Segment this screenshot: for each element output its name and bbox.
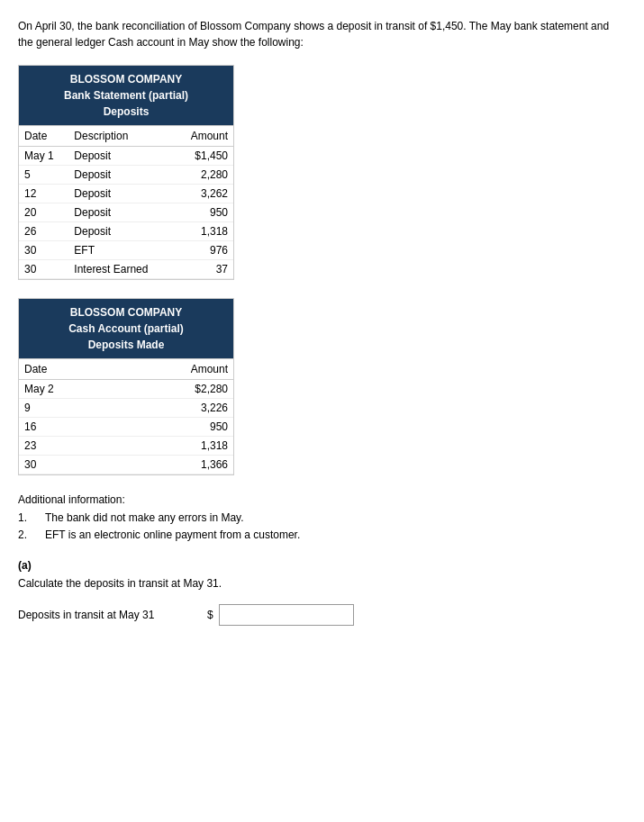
cash-row-amount: 950	[116, 418, 233, 437]
bank-statement-title-2: Bank Statement (partial)	[23, 87, 230, 104]
cash-account-title-1: BLOSSOM COMPANY	[23, 304, 230, 321]
additional-item-number: 2.	[18, 528, 45, 541]
part-a-label: (a)	[18, 559, 626, 572]
cash-table-row: 30 1,366	[19, 456, 233, 474]
bank-table-row: 5 Deposit 2,280	[19, 166, 233, 185]
bank-statement-title-1: BLOSSOM COMPANY	[23, 71, 230, 87]
answer-row: Deposits in transit at May 31 $	[18, 604, 626, 626]
additional-item-text: The bank did not make any errors in May.	[45, 511, 244, 524]
deposits-in-transit-input[interactable]	[219, 604, 354, 626]
cash-col-date: Date	[19, 359, 116, 380]
bank-col-amount: Amount	[174, 126, 233, 147]
cash-col-amount: Amount	[116, 359, 233, 380]
bank-statement-table: BLOSSOM COMPANY Bank Statement (partial)…	[18, 65, 234, 280]
part-a-instruction: Calculate the deposits in transit at May…	[18, 577, 626, 590]
bank-row-description: Deposit	[68, 185, 174, 203]
bank-table-row: 20 Deposit 950	[19, 203, 233, 222]
intro-text: On April 30, the bank reconciliation of …	[18, 18, 626, 50]
answer-dollar-sign: $	[207, 609, 213, 621]
additional-info-section: Additional information: 1. The bank did …	[18, 493, 626, 541]
bank-statement-title-3: Deposits	[23, 104, 230, 120]
cash-row-amount: $2,280	[116, 380, 233, 399]
bank-col-date: Date	[19, 126, 68, 147]
bank-row-amount: 1,318	[174, 222, 233, 241]
bank-table-row: 26 Deposit 1,318	[19, 222, 233, 241]
bank-statement-data-table: Date Description Amount May 1 Deposit $1…	[19, 125, 233, 279]
bank-row-date: 30	[19, 260, 68, 279]
bank-row-amount: $1,450	[174, 147, 233, 166]
bank-row-description: Interest Earned	[68, 260, 174, 279]
bank-table-row: May 1 Deposit $1,450	[19, 147, 233, 166]
bank-row-description: EFT	[68, 241, 174, 260]
cash-row-date: 30	[19, 456, 116, 474]
bank-row-amount: 2,280	[174, 166, 233, 185]
additional-info-label: Additional information:	[18, 493, 626, 506]
cash-table-row: 9 3,226	[19, 399, 233, 418]
cash-row-date: 23	[19, 437, 116, 456]
cash-account-title-3: Deposits Made	[23, 337, 230, 353]
bank-row-date: 26	[19, 222, 68, 241]
bank-statement-header: BLOSSOM COMPANY Bank Statement (partial)…	[19, 66, 233, 125]
cash-row-date: 16	[19, 418, 116, 437]
bank-row-date: 30	[19, 241, 68, 260]
bank-row-amount: 950	[174, 203, 233, 222]
additional-item-text: EFT is an electronic online payment from…	[45, 528, 300, 541]
cash-row-amount: 1,318	[116, 437, 233, 456]
additional-info-item: 2. EFT is an electronic online payment f…	[18, 528, 626, 541]
bank-row-description: Deposit	[68, 203, 174, 222]
bank-row-description: Deposit	[68, 222, 174, 241]
cash-row-amount: 1,366	[116, 456, 233, 474]
cash-account-header: BLOSSOM COMPANY Cash Account (partial) D…	[19, 299, 233, 358]
cash-account-title-2: Cash Account (partial)	[23, 321, 230, 337]
cash-row-date: May 2	[19, 380, 116, 399]
bank-row-date: 20	[19, 203, 68, 222]
bank-col-description: Description	[68, 126, 174, 147]
cash-account-data-table: Date Amount May 2 $2,280 9 3,226 16 950 …	[19, 358, 233, 474]
bank-table-row: 12 Deposit 3,262	[19, 185, 233, 203]
bank-row-date: 5	[19, 166, 68, 185]
answer-label: Deposits in transit at May 31	[18, 609, 198, 621]
additional-info-item: 1. The bank did not make any errors in M…	[18, 511, 626, 524]
cash-table-row: May 2 $2,280	[19, 380, 233, 399]
cash-account-table: BLOSSOM COMPANY Cash Account (partial) D…	[18, 298, 234, 475]
cash-table-row: 23 1,318	[19, 437, 233, 456]
bank-row-description: Deposit	[68, 166, 174, 185]
cash-row-date: 9	[19, 399, 116, 418]
part-a-section: (a) Calculate the deposits in transit at…	[18, 559, 626, 626]
bank-row-description: Deposit	[68, 147, 174, 166]
cash-row-amount: 3,226	[116, 399, 233, 418]
bank-table-row: 30 Interest Earned 37	[19, 260, 233, 279]
cash-table-row: 16 950	[19, 418, 233, 437]
bank-row-date: 12	[19, 185, 68, 203]
bank-row-amount: 3,262	[174, 185, 233, 203]
additional-item-number: 1.	[18, 511, 45, 524]
bank-row-amount: 37	[174, 260, 233, 279]
bank-table-row: 30 EFT 976	[19, 241, 233, 260]
bank-row-date: May 1	[19, 147, 68, 166]
bank-row-amount: 976	[174, 241, 233, 260]
